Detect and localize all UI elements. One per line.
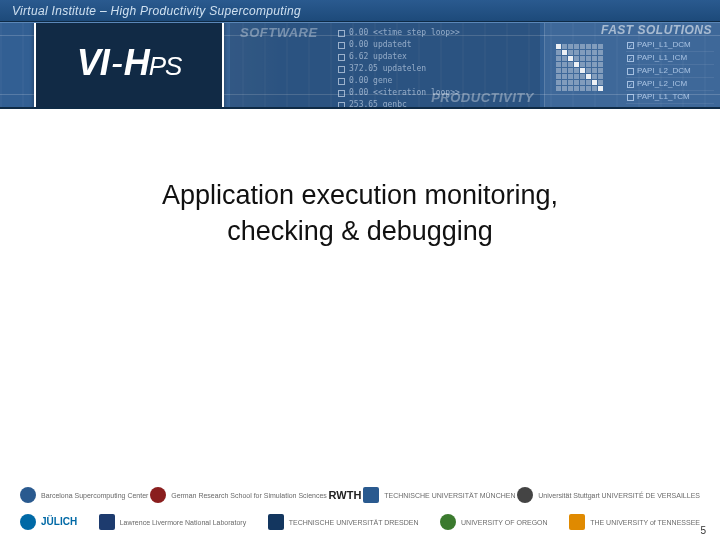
fast-checklist: ✓PAPI_L1_DCM ✓PAPI_L1_ICM PAPI_L2_DCM ✓P…	[626, 39, 714, 108]
partner-label: UNIVERSITY OF OREGON	[461, 519, 548, 526]
partner-logo-juelich: JÜLICH	[20, 514, 77, 530]
title-line-2: checking & debugging	[227, 216, 493, 246]
banner-word-fast: FAST SOLUTIONS	[601, 23, 712, 37]
fast-item: PAPI_L1_ICM	[637, 52, 687, 64]
fast-item: PAPI_L2_DCM	[637, 65, 691, 77]
partner-logo-tudresden: TECHNISCHE UNIVERSITÄT DRESDEN	[268, 514, 419, 530]
partner-logo-tum: TECHNISCHE UNIVERSITÄT MÜNCHEN	[363, 487, 515, 503]
partner-label: Universität Stuttgart	[538, 492, 599, 499]
oregon-icon	[440, 514, 456, 530]
partner-logo-oregon: UNIVERSITY OF OREGON	[440, 514, 548, 530]
footer-row-2: JÜLICH Lawrence Livermore National Labor…	[0, 508, 720, 536]
partner-logo-rwth: RWTH	[329, 490, 362, 501]
fast-solutions-panel: FAST SOLUTIONS ✓PAPI_L1_DCM ✓PAPI_L1_ICM…	[544, 23, 720, 107]
partner-label: TECHNISCHE UNIVERSITÄT DRESDEN	[289, 519, 419, 526]
institute-text: Virtual Institute – High Productivity Su…	[12, 4, 301, 18]
partner-logo-tennessee: THE UNIVERSITY of TENNESSEE	[569, 514, 700, 530]
partner-label: THE UNIVERSITY of TENNESSEE	[590, 519, 700, 526]
title-line-1: Application execution monitoring,	[162, 180, 558, 210]
bsc-icon	[20, 487, 36, 503]
grs-icon	[150, 487, 166, 503]
software-tree: 0.00 <<time step loop>> 0.00 updatedt 6.…	[338, 27, 460, 108]
fast-diagonal-matrix	[555, 43, 619, 91]
juelich-icon	[20, 514, 36, 530]
institute-bar: Virtual Institute – High Productivity Su…	[0, 0, 720, 22]
vihps-logo: VI-HPS	[34, 22, 224, 108]
content-area: Application execution monitoring, checki…	[0, 109, 720, 480]
tree-row: 0.00 updatedt	[349, 39, 412, 51]
stuttgart-icon	[517, 487, 533, 503]
page-number: 5	[700, 525, 706, 536]
slide-title: Application execution monitoring, checki…	[162, 177, 558, 250]
footer: Barcelona Supercomputing Center German R…	[0, 480, 720, 540]
tree-row: 0.00 gene	[349, 75, 392, 87]
partner-logo-versailles: UNIVERSITÉ DE VERSAILLES	[602, 492, 700, 499]
partner-label: RWTH	[329, 490, 362, 501]
tree-row: 6.62 updatex	[349, 51, 407, 63]
slide: Virtual Institute – High Productivity Su…	[0, 0, 720, 540]
partner-label: JÜLICH	[41, 517, 77, 527]
banner-word-software: SOFTWARE	[240, 25, 318, 40]
partner-label: UNIVERSITÉ DE VERSAILLES	[602, 492, 700, 499]
tum-icon	[363, 487, 379, 503]
partner-label: German Research School for Simulation Sc…	[171, 492, 327, 499]
fast-item: PAPI_L1_DCM	[637, 39, 691, 51]
tree-row: 372.05 updatelen	[349, 63, 426, 75]
ut-icon	[569, 514, 585, 530]
tree-row: 253.65 genbc	[349, 99, 407, 108]
banner: SOFTWARE PRODUCTIVITY 0.00 <<time step l…	[0, 22, 720, 108]
footer-row-1: Barcelona Supercomputing Center German R…	[0, 480, 720, 508]
vihps-logo-text: VI-HPS	[77, 42, 182, 84]
partner-logo-stuttgart: Universität Stuttgart	[517, 487, 599, 503]
tree-row: 0.00 <<iteration loop>>	[349, 87, 460, 99]
partner-label: TECHNISCHE UNIVERSITÄT MÜNCHEN	[384, 492, 515, 499]
partner-logo-grs: German Research School for Simulation Sc…	[150, 487, 327, 503]
fast-item: PAPI_L1_TCM	[637, 91, 690, 103]
fast-item: PAPI_L2_TCM	[637, 104, 690, 108]
partner-logo-llnl: Lawrence Livermore National Laboratory	[99, 514, 246, 530]
software-panel: SOFTWARE PRODUCTIVITY 0.00 <<time step l…	[230, 23, 540, 107]
fast-item: PAPI_L2_ICM	[637, 78, 687, 90]
partner-logo-bsc: Barcelona Supercomputing Center	[20, 487, 148, 503]
partner-label: Barcelona Supercomputing Center	[41, 492, 148, 499]
tree-row: 0.00 <<time step loop>>	[349, 27, 460, 39]
llnl-icon	[99, 514, 115, 530]
partner-label: Lawrence Livermore National Laboratory	[120, 519, 246, 526]
tud-icon	[268, 514, 284, 530]
